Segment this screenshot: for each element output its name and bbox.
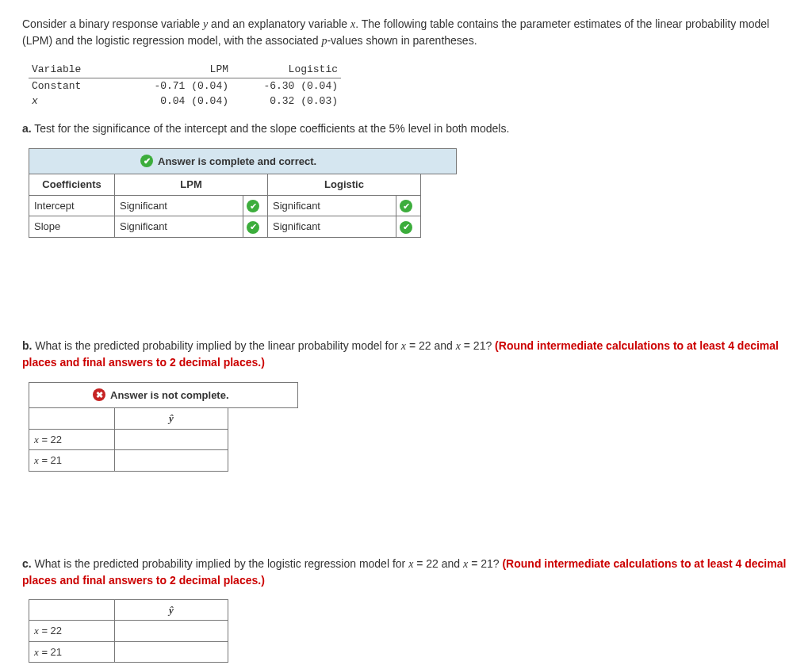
row-slope: Slope [29,216,115,238]
intro-paragraph: Consider a binary response variable y an… [22,16,790,49]
logistic-constant: -6.30 (0.04) [232,78,341,94]
intercept-lpm-answer[interactable]: Significant [115,195,243,216]
row-constant: Constant [29,78,122,94]
intro-text: and an explanatory variable [208,17,350,30]
row-x21: x = 21 [29,450,115,472]
slope-logistic-answer[interactable]: Significant [268,216,396,238]
banner-correct-text: Answer is complete and correct. [158,154,316,170]
header-logistic: Logistic [268,174,421,196]
part-b-text: What is the predicted probability implie… [32,339,400,352]
parameter-estimates-table: Variable LPM Logistic Constant -0.71 (0.… [29,62,341,109]
empty-header [29,599,115,621]
logistic-x: 0.32 (0.03) [232,94,341,109]
slope-lpm-answer[interactable]: Significant [115,216,243,238]
part-c-label: c. [22,557,32,570]
part-c-answer-table: ŷ x = 22 x = 21 [29,599,228,663]
part-b-text: = 21? [461,339,495,352]
crossmark-icon: ✖ [93,388,105,401]
mark-cell: ✔ [396,195,421,216]
row-x22: x = 22 [29,429,115,450]
header-yhat: ŷ [115,408,228,430]
intercept-logistic-answer[interactable]: Significant [268,195,396,216]
row-x: x [29,94,122,109]
header-logistic: Logistic [232,62,341,78]
row-x22: x = 22 [29,621,115,642]
part-b-answer-table: ŷ x = 22 x = 21 [29,407,228,472]
part-c-text: What is the predicted probability implie… [32,557,408,570]
row-intercept: Intercept [29,195,115,216]
header-coefficients: Coefficients [29,174,115,196]
banner-incomplete: ✖ Answer is not complete. [29,382,298,409]
checkmark-icon: ✔ [247,221,259,234]
mark-cell: ✔ [243,195,268,216]
mark-cell: ✔ [396,216,421,238]
header-yhat: ŷ [115,599,228,621]
part-a-answer-table: Coefficients LPM Logistic Intercept Sign… [29,174,421,238]
checkmark-icon: ✔ [140,155,153,167]
part-b-text: = 22 and [406,339,456,352]
part-a-prompt: a. Test for the significance of the inte… [22,120,790,137]
checkmark-icon: ✔ [400,200,412,212]
row-x21: x = 21 [29,641,115,663]
x21-input[interactable] [115,450,228,472]
part-a-label: a. [22,122,32,135]
empty-header [29,408,115,430]
part-a-text: Test for the significance of the interce… [32,122,510,135]
part-c-text: = 22 and [413,557,463,570]
x21-input[interactable] [115,641,228,663]
intro-text: Consider a binary response variable [22,17,203,30]
part-c-prompt: c. What is the predicted probability imp… [22,556,790,589]
part-b-prompt: b. What is the predicted probability imp… [22,338,790,371]
intro-text: -values shown in parentheses. [327,34,477,47]
header-lpm: LPM [115,174,268,196]
checkmark-icon: ✔ [400,221,412,234]
part-b-label: b. [22,339,32,352]
part-c-text: = 21? [468,557,502,570]
checkmark-icon: ✔ [247,200,259,212]
lpm-x: 0.04 (0.04) [122,94,232,109]
header-variable: Variable [29,62,122,78]
mark-cell: ✔ [243,216,268,238]
header-lpm: LPM [122,62,232,78]
banner-incomplete-text: Answer is not complete. [110,388,229,403]
x22-input[interactable] [115,429,228,450]
x22-input[interactable] [115,621,228,642]
lpm-constant: -0.71 (0.04) [122,78,232,94]
banner-correct: ✔ Answer is complete and correct. [29,148,457,175]
